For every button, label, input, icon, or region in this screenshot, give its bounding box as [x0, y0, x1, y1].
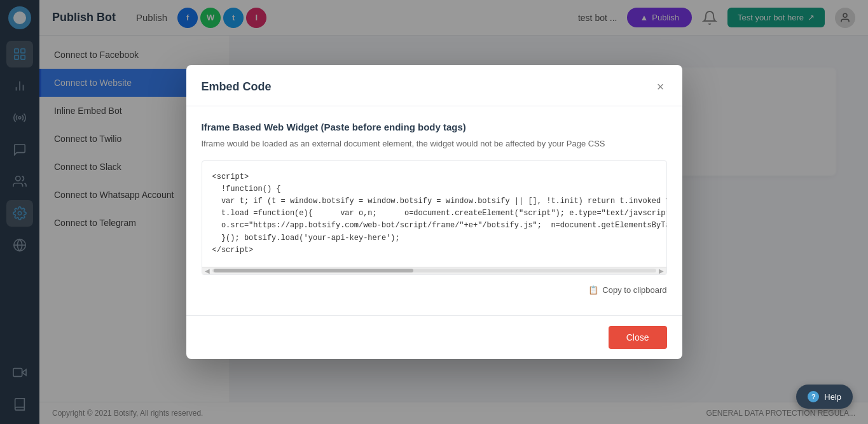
- help-label: Help: [824, 392, 841, 402]
- code-scrollbar[interactable]: ◀ ▶: [202, 267, 666, 274]
- modal-close-btn[interactable]: Close: [609, 326, 667, 349]
- embed-section-title: Iframe Based Web Widget (Paste before en…: [202, 122, 667, 132]
- code-block-wrapper[interactable]: <script> !function() { var t; if (t = wi…: [202, 160, 667, 275]
- clipboard-icon: 📋: [588, 285, 598, 295]
- modal-footer: Close: [186, 315, 682, 359]
- embed-code-modal: Embed Code × Iframe Based Web Widget (Pa…: [186, 65, 682, 359]
- modal-overlay: Embed Code × Iframe Based Web Widget (Pa…: [0, 0, 868, 424]
- modal-header: Embed Code ×: [186, 65, 682, 106]
- help-button[interactable]: ? Help: [796, 385, 853, 409]
- copy-clipboard-button[interactable]: 📋 Copy to clipboard: [588, 285, 666, 295]
- modal-body: Iframe Based Web Widget (Paste before en…: [186, 106, 682, 315]
- modal-close-button[interactable]: ×: [654, 78, 667, 95]
- embed-description: Iframe would be loaded as an external do…: [202, 138, 667, 150]
- help-icon: ?: [808, 391, 819, 402]
- code-block: <script> !function() { var t; if (t = wi…: [202, 161, 666, 267]
- copy-clipboard-row: 📋 Copy to clipboard: [202, 285, 667, 295]
- modal-title: Embed Code: [202, 80, 272, 94]
